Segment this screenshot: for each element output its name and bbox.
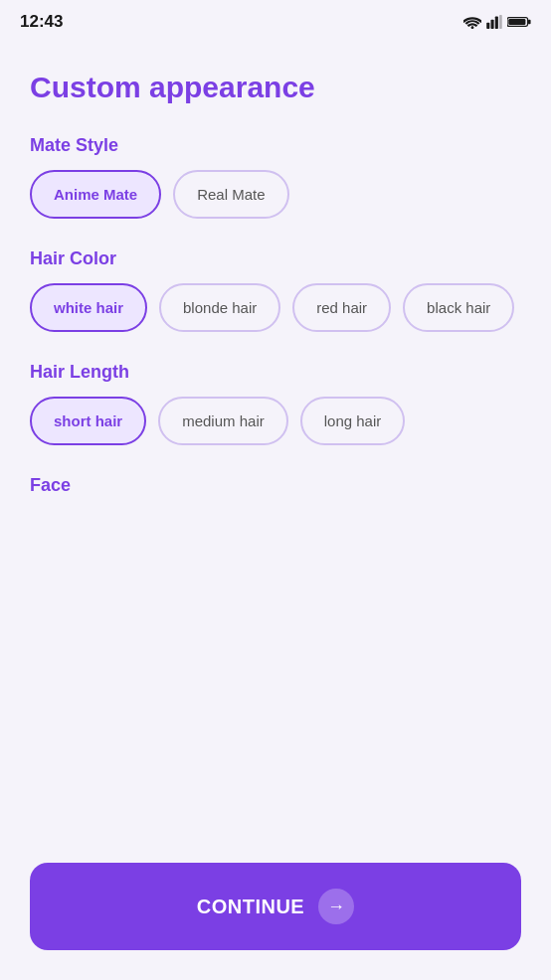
face-label: Face [30,475,521,496]
option-red-hair[interactable]: red hair [292,283,391,332]
continue-label: CONTINUE [197,896,304,918]
option-real-mate[interactable]: Real Mate [173,170,288,219]
svg-rect-5 [508,19,525,25]
svg-rect-3 [499,15,502,29]
continue-button[interactable]: CONTINUE → [30,863,521,950]
hair-color-options: white hair blonde hair red hair black ha… [30,283,521,332]
svg-rect-2 [495,17,498,29]
status-icons [463,15,531,29]
hair-length-section: Hair Length short hair medium hair long … [30,362,521,445]
svg-rect-6 [528,20,531,24]
hair-color-label: Hair Color [30,248,521,269]
face-section: Face [30,475,521,496]
option-medium-hair[interactable]: medium hair [158,397,288,445]
svg-rect-1 [491,20,494,29]
option-anime-mate[interactable]: Anime Mate [30,170,161,219]
main-content: Custom appearance Mate Style Anime Mate … [0,40,551,645]
battery-icon [507,15,531,29]
status-bar: 12:43 [0,0,551,40]
option-white-hair[interactable]: white hair [30,283,147,332]
option-short-hair[interactable]: short hair [30,397,146,445]
wifi-icon [463,15,481,29]
option-black-hair[interactable]: black hair [403,283,514,332]
hair-color-section: Hair Color white hair blonde hair red ha… [30,248,521,332]
status-time: 12:43 [20,12,63,32]
mate-style-section: Mate Style Anime Mate Real Mate [30,135,521,219]
page-title: Custom appearance [30,70,521,105]
svg-rect-0 [486,23,489,29]
option-long-hair[interactable]: long hair [300,397,406,445]
bottom-bar: CONTINUE → [30,863,521,950]
mate-style-options: Anime Mate Real Mate [30,170,521,219]
hair-length-label: Hair Length [30,362,521,383]
signal-icon [486,15,502,29]
hair-length-options: short hair medium hair long hair [30,397,521,445]
option-blonde-hair[interactable]: blonde hair [159,283,280,332]
mate-style-label: Mate Style [30,135,521,156]
arrow-icon: → [318,889,354,924]
